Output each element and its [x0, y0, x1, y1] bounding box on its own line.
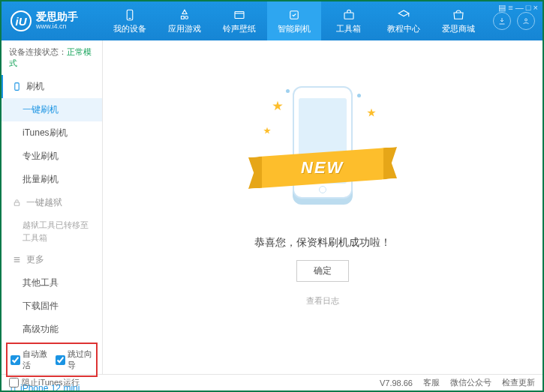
sidebar: 设备连接状态：正常模式 刷机 一键刷机 iTunes刷机 专业刷机 批量刷机 一… [2, 40, 103, 374]
sidebar-head-jailbreak[interactable]: 一键越狱 [2, 191, 102, 214]
user-icon[interactable] [517, 12, 535, 30]
svg-rect-6 [15, 83, 19, 91]
window-controls: ▤ ≡ — □ × [498, 3, 538, 13]
nav-smart-flash[interactable]: 智能刷机 [267, 1, 322, 40]
sidebar-item-other-tools[interactable]: 其他工具 [2, 271, 102, 295]
app-url: www.i4.cn [36, 23, 78, 31]
sidebar-item-oneclick-flash[interactable]: 一键刷机 [2, 98, 102, 121]
flash-options-box: 自动激活 跳过向导 [6, 343, 98, 377]
svg-rect-4 [344, 13, 353, 19]
nav-store[interactable]: 爱思商城 [431, 1, 485, 40]
svg-point-5 [525, 19, 527, 21]
sidebar-head-more[interactable]: 更多 [2, 248, 102, 271]
nav-toolbox[interactable]: 工具箱 [321, 1, 376, 40]
jailbreak-note: 越狱工具已转移至 工具箱 [2, 214, 102, 248]
window-controls-group[interactable]: ▤ ≡ — □ × [498, 3, 538, 13]
sidebar-item-pro-flash[interactable]: 专业刷机 [2, 145, 102, 168]
sidebar-item-itunes-flash[interactable]: iTunes刷机 [2, 121, 102, 145]
nav-tabs: 我的设备 应用游戏 铃声壁纸 智能刷机 工具箱 教程中心 爱思商城 [103, 1, 485, 40]
wechat-link[interactable]: 微信公众号 [450, 377, 491, 388]
checkbox-block-itunes[interactable]: 阻止iTunes运行 [9, 377, 80, 388]
app-window: { "logo": { "title": "爱思助手", "url": "www… [0, 0, 544, 392]
logo-area: iU 爱思助手 www.i4.cn [2, 10, 103, 31]
nav-tutorials[interactable]: 教程中心 [376, 1, 431, 40]
view-log-link[interactable]: 查看日志 [306, 295, 339, 307]
sidebar-item-advanced[interactable]: 高级功能 [2, 318, 102, 341]
download-icon[interactable] [493, 12, 511, 30]
main-content: NEW 恭喜您，保资料刷机成功啦！ 确定 查看日志 [103, 40, 542, 374]
svg-rect-7 [14, 202, 20, 205]
titlebar-right [485, 12, 542, 30]
sidebar-item-download-fw[interactable]: 下载固件 [2, 295, 102, 318]
app-title: 爱思助手 [36, 11, 78, 22]
ok-button[interactable]: 确定 [296, 260, 349, 282]
success-illustration: NEW [266, 86, 379, 221]
support-link[interactable]: 客服 [423, 377, 440, 388]
nav-my-device[interactable]: 我的设备 [103, 1, 158, 40]
new-ribbon: NEW [259, 148, 386, 188]
connection-status: 设备连接状态：正常模式 [2, 40, 102, 75]
nav-apps-games[interactable]: 应用游戏 [158, 1, 212, 40]
sidebar-item-batch-flash[interactable]: 批量刷机 [2, 168, 102, 191]
svg-rect-2 [235, 11, 244, 18]
sidebar-head-flash[interactable]: 刷机 [2, 75, 102, 98]
checkbox-auto-activate[interactable]: 自动激活 [11, 349, 48, 371]
check-update-link[interactable]: 检查更新 [502, 377, 535, 388]
success-message: 恭喜您，保资料刷机成功啦！ [254, 236, 391, 250]
nav-ringtones[interactable]: 铃声壁纸 [212, 1, 267, 40]
logo-icon: iU [11, 10, 32, 31]
titlebar: iU 爱思助手 www.i4.cn 我的设备 应用游戏 铃声壁纸 智能刷机 工具… [2, 1, 542, 40]
checkbox-skip-guide[interactable]: 跳过向导 [56, 349, 93, 371]
version-label: V7.98.66 [380, 379, 413, 388]
